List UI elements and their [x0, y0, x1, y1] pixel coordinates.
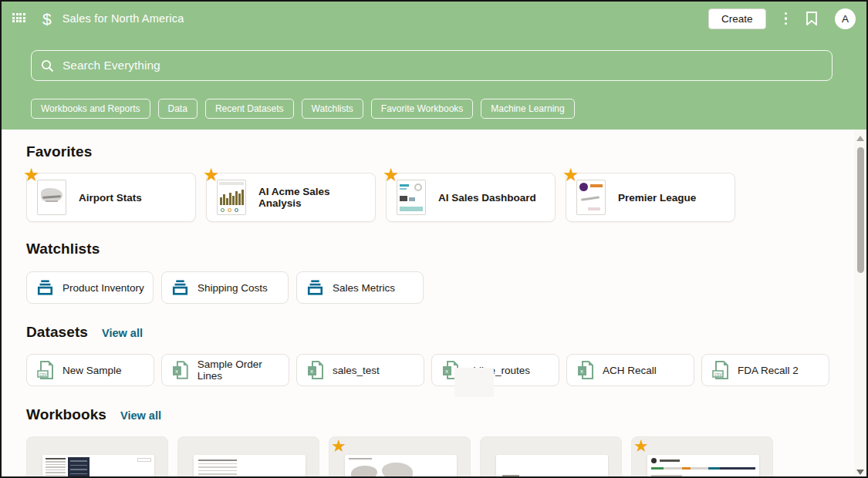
svg-text:x: x: [175, 368, 178, 375]
watchlist-card-label: Shipping Costs: [198, 282, 268, 294]
overflow-menu-icon[interactable]: [783, 11, 789, 27]
workbook-thumbnail-world-map: [345, 455, 457, 478]
favorite-card-label: Premier League: [618, 192, 696, 204]
app-header: $ Sales for North America Create A Workb…: [2, 2, 866, 130]
search-bar[interactable]: [31, 50, 833, 81]
favorite-card-label: AI Sales Dashboard: [438, 192, 536, 204]
csv-file-icon: csv: [37, 360, 54, 380]
chip-recent-datasets[interactable]: Recent Datasets: [205, 99, 294, 119]
workbooks-row: ★ ★: [26, 436, 866, 478]
csv-file-icon: csv: [712, 360, 729, 380]
scrollbar-down-arrow-icon[interactable]: [856, 470, 864, 475]
dollar-logo-icon: $: [42, 11, 52, 27]
favorite-card-airport-stats[interactable]: ★ Airport Stats: [26, 173, 196, 222]
thumbnail-ai-acme-sales-analysis: [217, 180, 246, 215]
dataset-card-label: New Sample: [62, 365, 122, 376]
workbook-thumbnail-table: [194, 455, 306, 478]
watchlist-card-product-inventory[interactable]: Product Inventory: [26, 271, 154, 304]
dataset-card-label: ACH Recall: [603, 365, 657, 376]
workbook-card-3[interactable]: ★: [329, 436, 471, 478]
bookmark-icon[interactable]: [806, 12, 818, 25]
header-actions: Create A: [708, 8, 856, 29]
dataset-card-fda-recall-2[interactable]: csv FDA Recall 2: [701, 354, 829, 386]
favorite-card-ai-sales-dashboard[interactable]: ★ AI Sales Dashboard: [386, 173, 556, 222]
workbooks-view-all-link[interactable]: View all: [120, 409, 161, 422]
navigator-grid-icon[interactable]: [12, 13, 25, 24]
watchlist-card-shipping-costs[interactable]: Shipping Costs: [161, 271, 289, 304]
scrollbar-thumb[interactable]: [857, 147, 864, 273]
workbook-star-icon[interactable]: ★: [331, 438, 346, 455]
svg-text:x: x: [580, 368, 583, 375]
chip-watchlists[interactable]: Watchlists: [302, 99, 363, 119]
favorite-card-label: AI Acme Sales Analysis: [258, 186, 375, 209]
create-button[interactable]: Create: [708, 8, 766, 29]
svg-text:csv: csv: [714, 372, 723, 377]
chip-workbooks-and-reports[interactable]: Workbooks and Reports: [31, 99, 150, 119]
search-icon: [41, 59, 54, 72]
workbook-thumbnail-document: [496, 455, 608, 478]
svg-text:x: x: [310, 368, 313, 375]
watchlist-tray-icon: [172, 280, 188, 295]
chip-favorite-workbooks[interactable]: Favorite Workbooks: [371, 99, 473, 119]
main-content: Favorites ★ Airport Stats ★ AI Acme Sale…: [2, 130, 866, 478]
workbook-card-4[interactable]: [480, 436, 622, 478]
dataset-card-new-sample[interactable]: csv New Sample: [26, 354, 154, 386]
workbook-card-1[interactable]: [26, 436, 168, 478]
xlsx-file-icon: x: [172, 360, 189, 380]
favorite-card-premier-league[interactable]: ★ Premier League: [566, 173, 735, 222]
datasets-view-all-link[interactable]: View all: [102, 327, 143, 339]
xlsx-file-icon: x: [307, 360, 324, 380]
workbooks-heading: Workbooks: [26, 406, 106, 423]
workbook-thumbnail-analytics-report: [647, 455, 759, 478]
avatar[interactable]: A: [835, 8, 856, 29]
watchlist-tray-icon: [307, 280, 323, 295]
chip-data[interactable]: Data: [158, 99, 198, 119]
watchlist-card-label: Product Inventory: [62, 282, 144, 294]
chip-machine-learning[interactable]: Machine Learning: [481, 99, 574, 119]
datasets-heading: Datasets: [26, 324, 88, 341]
favorites-heading: Favorites: [26, 143, 92, 160]
thumbnail-ai-sales-dashboard: [397, 180, 426, 215]
workbook-star-icon[interactable]: ★: [633, 438, 649, 455]
workbook-card-2[interactable]: [177, 436, 319, 478]
dataset-card-label: Sample Order Lines: [198, 358, 289, 382]
xlsx-file-icon: x: [577, 360, 594, 380]
vertical-scrollbar[interactable]: [854, 130, 866, 476]
dataset-card-ach-recall[interactable]: x ACH Recall: [566, 354, 694, 386]
watchlist-card-label: Sales Metrics: [333, 282, 395, 294]
thumbnail-premier-league: [576, 180, 606, 215]
dataset-card-label: FDA Recall 2: [738, 365, 799, 376]
top-bar: $ Sales for North America Create A: [2, 2, 866, 32]
favorite-card-ai-acme-sales-analysis[interactable]: ★ AI Acme Sales Analysis: [206, 173, 376, 222]
thumbnail-airport-stats: [37, 180, 66, 215]
page-title: Sales for North America: [62, 12, 184, 25]
dataset-card-sales-test[interactable]: x sales_test: [296, 354, 424, 386]
favorite-card-label: Airport Stats: [79, 192, 142, 204]
search-input[interactable]: [62, 59, 822, 72]
svg-text:csv: csv: [39, 372, 48, 377]
ghost-placeholder: [454, 368, 494, 397]
search-filter-chips: Workbooks and Reports Data Recent Datase…: [31, 99, 866, 119]
app-window: $ Sales for North America Create A Workb…: [0, 0, 868, 478]
favorites-row: ★ Airport Stats ★ AI Acme Sales Analysis…: [26, 173, 866, 222]
watchlist-tray-icon: [37, 280, 53, 295]
dataset-card-label: sales_test: [333, 365, 380, 376]
watchlists-heading: Watchlists: [26, 241, 100, 258]
dataset-card-airline-routes[interactable]: x airline_routes: [431, 354, 559, 386]
workbook-thumbnail-dashboard: [42, 455, 154, 478]
dataset-card-sample-order-lines[interactable]: x Sample Order Lines: [161, 354, 289, 386]
svg-text:x: x: [445, 368, 448, 375]
watchlist-card-sales-metrics[interactable]: Sales Metrics: [296, 271, 424, 304]
watchlists-row: Product Inventory Shipping Costs Sales M…: [26, 271, 866, 304]
datasets-row: csv New Sample x Sample Order Lines: [26, 354, 866, 386]
scrollbar-up-arrow-icon[interactable]: [856, 136, 864, 141]
workbook-card-5[interactable]: ★: [631, 436, 773, 478]
